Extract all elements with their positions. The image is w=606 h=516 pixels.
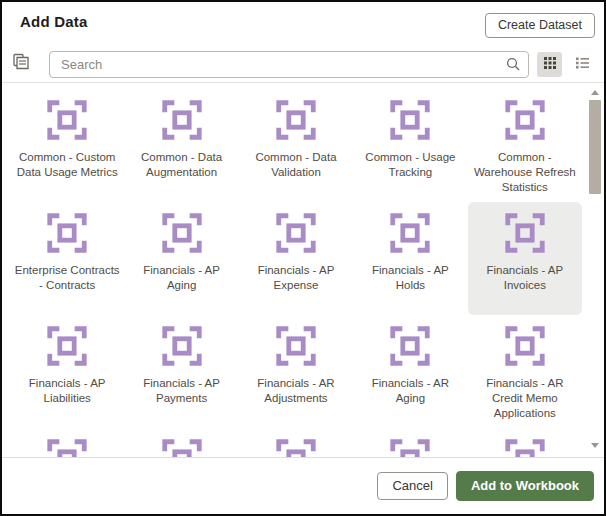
dataset-icon xyxy=(273,97,319,143)
dataset-icon xyxy=(44,436,90,457)
page-title: Add Data xyxy=(20,13,87,30)
add-to-workbook-button[interactable]: Add to Workbook xyxy=(456,471,594,501)
vertical-scrollbar[interactable] xyxy=(588,83,602,457)
dataset-grid: Common - Custom Data Usage Metrics Commo… xyxy=(2,83,604,457)
dataset-icon xyxy=(273,436,319,457)
dataset-tile[interactable]: Financials - AP Liabilities xyxy=(10,315,124,428)
dataset-tile[interactable] xyxy=(353,428,467,457)
cancel-button[interactable]: Cancel xyxy=(377,472,447,500)
dataset-tile[interactable]: Common - Usage Tracking xyxy=(353,89,467,202)
dataset-tile-label: Common - Warehouse Refresh Statistics xyxy=(469,150,581,195)
dataset-source-picker[interactable] xyxy=(12,53,41,75)
search-container xyxy=(49,51,529,78)
dataset-tile[interactable]: Enterprise Contracts - Contracts xyxy=(10,202,124,315)
dataset-tile[interactable]: Financials - AR Aging xyxy=(353,315,467,428)
create-dataset-button[interactable]: Create Dataset xyxy=(485,13,595,38)
dataset-icon xyxy=(44,97,90,143)
dataset-icon xyxy=(44,323,90,369)
list-view-icon xyxy=(575,56,590,73)
dataset-icon xyxy=(159,436,205,457)
dataset-tile[interactable] xyxy=(468,428,582,457)
dataset-tile-label: Financials - AR Aging xyxy=(354,376,466,406)
dataset-grid-viewport: Common - Custom Data Usage Metrics Commo… xyxy=(2,83,604,457)
search-icon xyxy=(505,56,521,76)
dataset-tile[interactable]: Financials - AR Credit Memo Applications xyxy=(468,315,582,428)
dataset-tile[interactable]: Financials - AP Holds xyxy=(353,202,467,315)
dataset-tile-label: Financials - AP Aging xyxy=(126,263,238,293)
dataset-icon xyxy=(387,210,433,256)
dataset-tile[interactable]: Financials - AP Payments xyxy=(124,315,238,428)
dataset-tile[interactable]: Common - Custom Data Usage Metrics xyxy=(10,89,124,202)
dataset-icon xyxy=(44,210,90,256)
toolbar xyxy=(2,46,604,82)
dataset-icon xyxy=(387,436,433,457)
scroll-down-icon[interactable] xyxy=(591,443,599,448)
dataset-icon xyxy=(502,97,548,143)
dataset-source-picker-icon xyxy=(12,53,30,75)
dataset-icon xyxy=(159,210,205,256)
scroll-up-icon[interactable] xyxy=(591,90,599,95)
dataset-tile[interactable]: Financials - AP Expense xyxy=(239,202,353,315)
dataset-tile-label: Financials - AP Invoices xyxy=(469,263,581,293)
add-data-dialog: Add Data Create Dataset xyxy=(0,0,606,516)
dataset-tile-label: Financials - AR Credit Memo Applications xyxy=(469,376,581,421)
dataset-icon xyxy=(502,323,548,369)
dataset-tile[interactable]: Financials - AP Aging xyxy=(124,202,238,315)
search-input[interactable] xyxy=(49,51,529,78)
dataset-tile-label: Financials - AP Holds xyxy=(354,263,466,293)
dataset-icon xyxy=(159,323,205,369)
dataset-tile-label: Financials - AR Adjustments xyxy=(240,376,352,406)
dialog-footer: Cancel Add to Workbook xyxy=(2,457,604,514)
dataset-tile[interactable]: Financials - AR Adjustments xyxy=(239,315,353,428)
list-view-toggle[interactable] xyxy=(570,52,595,77)
grid-view-toggle[interactable] xyxy=(537,52,562,77)
dataset-icon xyxy=(502,210,548,256)
dialog-header: Add Data Create Dataset xyxy=(2,2,604,46)
grid-view-icon xyxy=(543,56,557,73)
dataset-tile-label: Financials - AP Expense xyxy=(240,263,352,293)
dataset-tile-label: Enterprise Contracts - Contracts xyxy=(11,263,123,293)
dataset-tile[interactable] xyxy=(124,428,238,457)
dataset-tile[interactable]: Financials - AP Invoices xyxy=(468,202,582,315)
dataset-icon xyxy=(502,436,548,457)
dataset-tile-label: Common - Data Validation xyxy=(240,150,352,180)
dataset-tile-label: Common - Custom Data Usage Metrics xyxy=(11,150,123,180)
dataset-tile-label: Common - Usage Tracking xyxy=(354,150,466,180)
dataset-icon xyxy=(387,323,433,369)
dataset-tile-label: Common - Data Augmentation xyxy=(126,150,238,180)
dataset-icon xyxy=(159,97,205,143)
dataset-icon xyxy=(273,323,319,369)
dataset-tile[interactable] xyxy=(239,428,353,457)
dataset-tile[interactable]: Common - Warehouse Refresh Statistics xyxy=(468,89,582,202)
dataset-tile[interactable]: Common - Data Augmentation xyxy=(124,89,238,202)
dataset-tile-label: Financials - AP Payments xyxy=(126,376,238,406)
scrollbar-thumb[interactable] xyxy=(589,100,601,194)
dataset-tile[interactable] xyxy=(10,428,124,457)
dataset-icon xyxy=(273,210,319,256)
dataset-tile[interactable]: Common - Data Validation xyxy=(239,89,353,202)
dataset-icon xyxy=(387,97,433,143)
dataset-tile-label: Financials - AP Liabilities xyxy=(11,376,123,406)
